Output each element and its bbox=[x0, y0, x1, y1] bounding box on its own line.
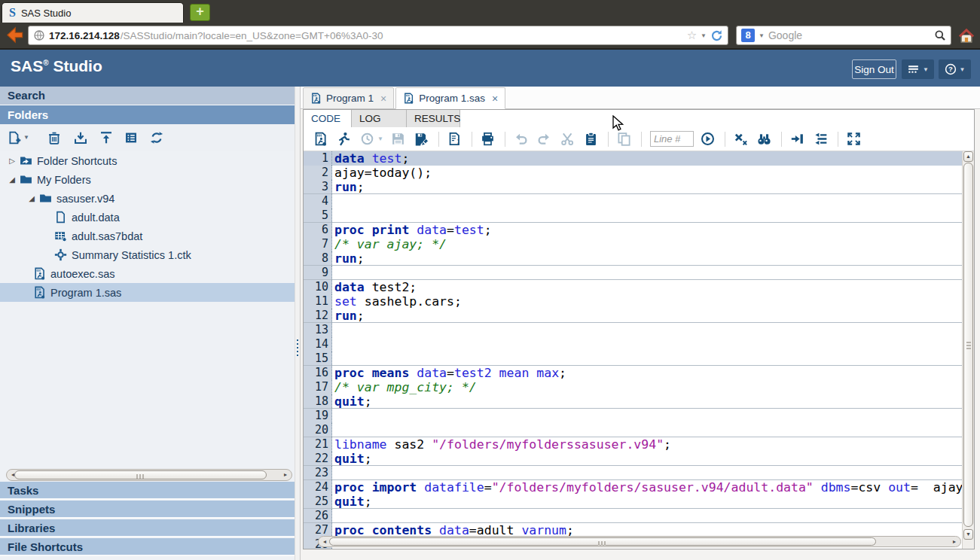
properties-button[interactable] bbox=[124, 131, 138, 145]
home-button[interactable] bbox=[957, 26, 975, 44]
code-lines[interactable]: 1data test;2ajay=today();3run;456proc pr… bbox=[304, 151, 963, 549]
search-magnifier-icon[interactable] bbox=[934, 29, 946, 41]
code-line-8[interactable]: 8run; bbox=[304, 251, 963, 266]
code-line-21[interactable]: 21libname sas2 "/folders/myfolderssasuse… bbox=[304, 437, 963, 452]
redo-button[interactable] bbox=[537, 132, 551, 146]
tab-code[interactable]: CODE bbox=[304, 110, 352, 127]
new-item-caret-icon[interactable]: ▼ bbox=[23, 134, 29, 141]
goto-line-button[interactable] bbox=[701, 132, 715, 146]
submission-history-caret-icon[interactable]: ▼ bbox=[377, 135, 383, 142]
code-line-2[interactable]: 2ajay=today(); bbox=[304, 166, 963, 180]
code-line-9[interactable]: 9 bbox=[304, 266, 963, 280]
sidebar-section-libraries[interactable]: Libraries bbox=[0, 519, 295, 537]
code-line-6[interactable]: 6proc print data=test; bbox=[304, 223, 963, 237]
search-engine-dropdown-icon[interactable]: ▼ bbox=[759, 32, 765, 39]
tree-item-autoexec-sas[interactable]: autoexec.sas bbox=[0, 264, 295, 283]
scroll-right-icon[interactable]: ▸ bbox=[950, 537, 959, 546]
maximize-view-button[interactable] bbox=[847, 132, 861, 146]
sidebar-section-tasks[interactable]: Tasks bbox=[0, 482, 295, 500]
paste-button[interactable] bbox=[584, 132, 598, 146]
code-line-18[interactable]: 18quit; bbox=[304, 394, 963, 409]
scroll-up-icon[interactable]: ▲ bbox=[963, 151, 973, 162]
tab-results[interactable]: RESULTS bbox=[407, 110, 460, 127]
tree-item-program-1-sas[interactable]: Program 1.sas bbox=[0, 283, 295, 302]
upload-button[interactable] bbox=[99, 131, 113, 145]
code-line-15[interactable]: 15 bbox=[304, 352, 963, 366]
sidebar-section-folders[interactable]: Folders bbox=[0, 105, 295, 124]
code-line-5[interactable]: 5 bbox=[304, 208, 963, 223]
editor-vertical-scrollbar[interactable]: ▲ ▼ bbox=[962, 151, 974, 549]
clear-code-button[interactable] bbox=[734, 132, 748, 146]
code-line-22[interactable]: 22quit; bbox=[304, 452, 963, 466]
close-tab-icon[interactable]: × bbox=[380, 93, 386, 105]
save-as-button[interactable] bbox=[414, 132, 429, 146]
code-line-12[interactable]: 12run; bbox=[304, 309, 963, 323]
collapse-arrow-icon[interactable]: ◢ bbox=[5, 175, 20, 184]
refresh-button[interactable] bbox=[150, 131, 163, 145]
code-line-1[interactable]: 1data test; bbox=[304, 151, 963, 166]
tree-horizontal-scrollbar[interactable]: ◂ ▸ bbox=[6, 469, 292, 481]
scroll-down-icon[interactable]: ▼ bbox=[963, 529, 973, 540]
find-replace-button[interactable] bbox=[757, 132, 771, 146]
reload-icon[interactable] bbox=[710, 29, 723, 42]
scroll-right-icon[interactable]: ▸ bbox=[281, 470, 290, 479]
tree-item-sasuser-v94[interactable]: ◢sasuser.v94 bbox=[0, 189, 295, 208]
format-code-button[interactable] bbox=[814, 132, 828, 146]
browser-tab[interactable]: S SAS Studio bbox=[2, 2, 184, 23]
code-line-20[interactable]: 20 bbox=[304, 423, 963, 437]
new-item-button[interactable] bbox=[8, 131, 21, 145]
tree-item-summary-statistics-1-ctk[interactable]: Summary Statistics 1.ctk bbox=[0, 245, 295, 264]
code-line-26[interactable]: 26 bbox=[304, 509, 963, 523]
search-bar[interactable]: 8 ▼ Google bbox=[736, 26, 951, 45]
doc-tab-program-1[interactable]: Program 1 × bbox=[303, 87, 394, 109]
undo-button[interactable] bbox=[514, 132, 528, 146]
url-bar[interactable]: 172.16.214.128 /SASStudio/main?locale=en… bbox=[28, 26, 728, 45]
code-line-3[interactable]: 3run; bbox=[304, 180, 963, 194]
copy-button[interactable] bbox=[617, 132, 631, 146]
download-button[interactable] bbox=[74, 131, 87, 145]
delete-button[interactable] bbox=[47, 131, 61, 145]
doc-tab-program-1-sas[interactable]: Program 1.sas × bbox=[395, 87, 505, 109]
tree-item-adult-data[interactable]: adult.data bbox=[0, 208, 295, 227]
code-line-13[interactable]: 13 bbox=[304, 323, 963, 337]
code-line-24[interactable]: 24proc import datafile="/folders/myfolde… bbox=[304, 480, 963, 495]
save-button[interactable] bbox=[391, 132, 405, 146]
expand-arrow-icon[interactable]: ▷ bbox=[5, 157, 20, 165]
print-button[interactable] bbox=[481, 132, 495, 146]
sidebar-section-file-shortcuts[interactable]: File Shortcuts bbox=[0, 538, 295, 556]
sign-out-button[interactable]: Sign Out bbox=[852, 59, 896, 79]
code-line-25[interactable]: 25quit; bbox=[304, 495, 963, 509]
back-button[interactable] bbox=[5, 26, 24, 44]
help-button[interactable]: ? ▼ bbox=[939, 59, 971, 79]
code-line-4[interactable]: 4 bbox=[304, 194, 963, 208]
app-menu-button[interactable]: ▼ bbox=[902, 59, 934, 79]
bookmark-star-icon[interactable]: ☆ bbox=[687, 29, 697, 42]
code-line-14[interactable]: 14 bbox=[304, 337, 963, 352]
scroll-left-icon[interactable]: ◂ bbox=[320, 537, 329, 546]
tab-log[interactable]: LOG bbox=[352, 110, 407, 127]
code-line-17[interactable]: 17/* var mpg_city; */ bbox=[304, 380, 963, 394]
sidebar-section-snippets[interactable]: Snippets bbox=[0, 501, 295, 519]
tree-item-folder-shortcuts[interactable]: ▷Folder Shortcuts bbox=[0, 151, 295, 170]
line-number-input[interactable] bbox=[650, 131, 694, 147]
code-line-23[interactable]: 23 bbox=[304, 466, 963, 480]
code-line-10[interactable]: 10data test2; bbox=[304, 280, 963, 294]
code-line-11[interactable]: 11set sashelp.cars; bbox=[304, 294, 963, 309]
tree-item-adult-sas7bdat[interactable]: adult.sas7bdat bbox=[0, 227, 295, 245]
new-program-button[interactable] bbox=[313, 132, 328, 146]
sidebar-section-search[interactable]: Search bbox=[0, 87, 295, 105]
cut-button[interactable] bbox=[560, 132, 575, 146]
code-line-7[interactable]: 7/* var ajay; */ bbox=[304, 237, 963, 251]
code-line-16[interactable]: 16proc means data=test2 mean max; bbox=[304, 366, 963, 380]
new-tab-button[interactable]: + bbox=[190, 4, 210, 21]
program-source-button[interactable]: ; bbox=[447, 132, 462, 146]
collapse-arrow-icon[interactable]: ◢ bbox=[24, 194, 39, 202]
panel-splitter[interactable] bbox=[295, 87, 301, 560]
submission-history-button[interactable] bbox=[360, 132, 374, 146]
indent-code-button[interactable] bbox=[790, 132, 804, 146]
search-engine-icon[interactable]: 8 bbox=[741, 29, 755, 42]
editor-horizontal-scrollbar[interactable]: ◂ ▸ bbox=[318, 536, 961, 547]
tree-item-my-folders[interactable]: ◢My Folders bbox=[0, 170, 295, 189]
close-tab-icon[interactable]: × bbox=[492, 93, 498, 105]
run-button[interactable] bbox=[337, 132, 351, 146]
